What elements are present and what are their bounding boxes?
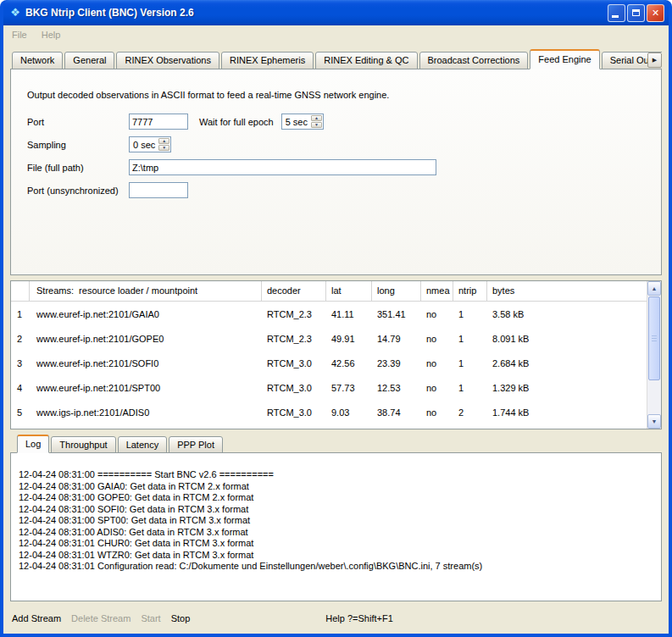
maximize-button[interactable]: [627, 4, 645, 22]
spin-up-icon[interactable]: ▲: [158, 138, 169, 144]
scroll-down-button[interactable]: ▼: [647, 414, 661, 429]
stream-cell: 1: [453, 309, 487, 319]
tab-rinex-observations[interactable]: RINEX Observations: [116, 52, 219, 69]
tab-bar-wrap: NetworkGeneralRINEX ObservationsRINEX Ep…: [10, 49, 662, 69]
file-row: File (full path): [27, 159, 651, 175]
sampling-label: Sampling: [27, 140, 129, 150]
streams-header-row: Streams: resource loader / mountpointdec…: [11, 281, 647, 302]
stream-cell: www.euref-ip.net:2101/GOPE0: [30, 334, 262, 344]
stream-row[interactable]: 3www.euref-ip.net:2101/SOFI0RTCM_3.042.5…: [11, 351, 647, 375]
maximize-icon: [632, 9, 640, 16]
log-line: 12-04-24 08:31:00 SOFI0: Get data in RTC…: [19, 504, 654, 516]
tab-rinex-ephemeris[interactable]: RINEX Ephemeris: [221, 52, 314, 69]
port-unsynchronized-label: Port (unsynchronized): [27, 186, 129, 196]
streams-header-cell: Streams: resource loader / mountpoint: [30, 281, 262, 301]
tab-bar: NetworkGeneralRINEX ObservationsRINEX Ep…: [10, 49, 662, 69]
stream-cell: no: [421, 334, 453, 344]
stream-cell: 1: [453, 383, 487, 393]
bottom-tab-bar-wrap: LogThroughputLatencyPPP Plot: [10, 435, 662, 453]
spin-up-icon[interactable]: ▲: [311, 115, 322, 121]
stop-button[interactable]: Stop: [171, 613, 191, 623]
sampling-value: 0 sec: [130, 137, 158, 152]
stream-cell: RTCM_3.0: [262, 407, 326, 418]
tab-broadcast-corrections[interactable]: Broadcast Corrections: [419, 52, 529, 69]
stream-cell: 14.79: [372, 334, 421, 344]
scroll-up-button[interactable]: ▲: [647, 281, 661, 296]
window-title: BKG Ntrip Client (BNC) Version 2.6: [25, 7, 608, 19]
streams-header-cell: lat: [326, 281, 372, 301]
start-button[interactable]: Start: [141, 613, 160, 623]
wait-epoch-value: 5 sec: [282, 114, 310, 129]
stream-cell: www.euref-ip.net:2101/SPT00: [30, 383, 262, 393]
streams-table: Streams: resource loader / mountpointdec…: [10, 280, 662, 429]
close-icon: ✕: [652, 8, 659, 19]
stream-cell: no: [421, 309, 453, 319]
sampling-spinner[interactable]: 0 sec ▲ ▼: [129, 136, 171, 152]
stream-row-number: 4: [11, 383, 30, 393]
spin-down-icon[interactable]: ▼: [158, 145, 169, 151]
wait-epoch-spin-buttons: ▲ ▼: [310, 114, 323, 129]
scrollbar-thumb[interactable]: [648, 296, 660, 380]
spin-down-icon[interactable]: ▼: [311, 122, 322, 128]
delete-stream-button[interactable]: Delete Stream: [71, 613, 131, 623]
stream-cell: no: [421, 383, 453, 393]
tab-feed-engine[interactable]: Feed Engine: [530, 49, 599, 69]
stream-row-number: 2: [11, 334, 30, 344]
title-bar[interactable]: ❖ BKG Ntrip Client (BNC) Version 2.6 ✕: [3, 0, 669, 25]
tab-network[interactable]: Network: [12, 52, 63, 69]
bottom-tab-latency[interactable]: Latency: [118, 436, 168, 453]
feed-engine-panel: Output decoded observations in ASCII for…: [10, 69, 662, 275]
app-window: ❖ BKG Ntrip Client (BNC) Version 2.6 ✕ F…: [0, 0, 672, 637]
window-body: File Help NetworkGeneralRINEX Observatio…: [3, 25, 669, 634]
stream-row[interactable]: 4www.euref-ip.net:2101/SPT00RTCM_3.057.7…: [11, 375, 647, 400]
stream-cell: 49.91: [326, 334, 372, 344]
log-line: 12-04-24 08:31:00 ========== Start BNC v…: [19, 469, 654, 481]
bottom-tab-log[interactable]: Log: [17, 435, 49, 453]
menu-file[interactable]: File: [12, 30, 27, 40]
stream-cell: www.igs-ip.net:2101/ADIS0: [30, 407, 262, 418]
help-shortcut-label: Help ?=Shift+F1: [325, 613, 393, 623]
log-line: 12-04-24 08:31:00 ADIS0: Get data in RTC…: [19, 527, 654, 539]
streams-header-corner: [11, 281, 30, 301]
minimize-button[interactable]: [608, 4, 625, 22]
log-line: 12-04-24 08:31:00 GOPE0: Get data in RTC…: [19, 492, 654, 504]
wait-epoch-spinner[interactable]: 5 sec ▲ ▼: [281, 114, 324, 130]
stream-row[interactable]: 5www.igs-ip.net:2101/ADIS0RTCM_3.09.0338…: [11, 400, 647, 424]
stream-cell: 42.56: [326, 358, 372, 368]
log-content: 12-04-24 08:31:00 ========== Start BNC v…: [19, 469, 654, 573]
menu-bar: File Help: [3, 25, 669, 44]
menu-help[interactable]: Help: [42, 30, 61, 40]
add-stream-button[interactable]: Add Stream: [12, 613, 61, 623]
streams-header-cell: long: [372, 281, 421, 301]
log-line: 12-04-24 08:31:00 GAIA0: Get data in RTC…: [19, 481, 654, 493]
tab-scroll-right-button[interactable]: ▶: [647, 53, 662, 68]
log-line: 12-04-24 08:31:01 Configuration read: C:…: [19, 561, 654, 573]
stream-cell: 57.73: [326, 383, 372, 393]
stream-cell: 9.03: [326, 407, 372, 418]
bottom-tab-bar: LogThroughputLatencyPPP Plot: [10, 435, 662, 453]
port-unsynchronized-row: Port (unsynchronized): [27, 182, 651, 198]
bottom-tab-ppp-plot[interactable]: PPP Plot: [169, 436, 223, 453]
stream-row-number: 5: [11, 407, 30, 418]
file-full-path-input[interactable]: [129, 159, 436, 175]
tab-general[interactable]: General: [64, 52, 114, 69]
stream-row[interactable]: 2www.euref-ip.net:2101/GOPE0RTCM_2.349.9…: [11, 326, 647, 351]
close-button[interactable]: ✕: [647, 4, 664, 22]
stream-cell: 23.39: [372, 358, 421, 368]
tab-rinex-editing-qc[interactable]: RINEX Editing & QC: [315, 52, 417, 69]
bottom-tab-throughput[interactable]: Throughput: [51, 436, 115, 453]
stream-cell: RTCM_2.3: [262, 334, 326, 344]
streams-scrollbar[interactable]: ▲ ▼: [647, 281, 661, 429]
log-line: 12-04-24 08:31:01 CHUR0: Get data in RTC…: [19, 538, 654, 550]
stream-row[interactable]: 1www.euref-ip.net:2101/GAIA0RTCM_2.341.1…: [11, 302, 647, 326]
stream-cell: www.euref-ip.net:2101/GAIA0: [30, 309, 262, 319]
streams-header-cell: bytes: [487, 281, 647, 301]
streams-header-cell: decoder: [262, 281, 326, 301]
stream-cell: RTCM_2.3: [262, 309, 326, 319]
sampling-row: Sampling 0 sec ▲ ▼: [27, 136, 651, 152]
port-unsynchronized-input[interactable]: [129, 182, 188, 198]
stream-cell: 1: [453, 334, 487, 344]
stream-cell: 1.329 kB: [487, 383, 647, 393]
port-input[interactable]: [129, 114, 188, 130]
log-panel[interactable]: 12-04-24 08:31:00 ========== Start BNC v…: [10, 452, 662, 601]
